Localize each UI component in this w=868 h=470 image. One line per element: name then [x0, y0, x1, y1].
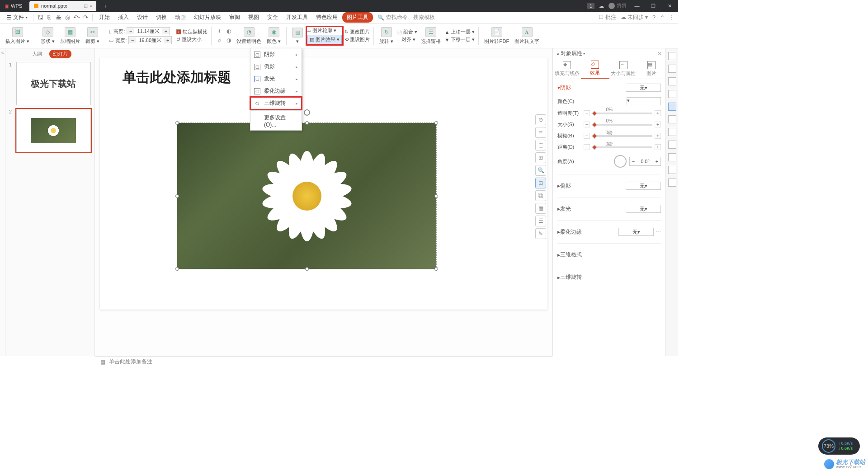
- strip-style-icon[interactable]: [668, 52, 676, 60]
- pic-to-text-button[interactable]: 𝐀图片转文字: [513, 27, 541, 45]
- strip-material-icon[interactable]: [668, 128, 676, 136]
- pic-style-gallery[interactable]: ▧▾: [290, 28, 305, 44]
- set-transparency-button[interactable]: ◔设置透明色: [235, 27, 263, 45]
- align-button[interactable]: ≡ 对齐 ▾: [397, 36, 417, 43]
- float-zoom-icon[interactable]: 🔍: [535, 165, 546, 176]
- user-avatar[interactable]: 香香: [609, 3, 627, 9]
- picture-outline-button[interactable]: ▱ 图片轮廓 ▾: [307, 27, 342, 34]
- strip-properties-icon[interactable]: [668, 103, 676, 111]
- slide-thumbnail-1[interactable]: 极光下载站: [16, 62, 91, 105]
- sync-status[interactable]: ☁ 未同步 ▾: [621, 14, 648, 21]
- effect-more-settings[interactable]: 更多设置(O)...: [250, 112, 302, 130]
- height-input[interactable]: −11.14厘米+: [127, 27, 170, 35]
- minus-button[interactable]: −: [584, 133, 590, 139]
- float-grid-icon[interactable]: ⊡: [535, 178, 546, 188]
- notification-badge[interactable]: 1: [587, 3, 594, 9]
- restore-button[interactable]: ❐: [647, 3, 659, 9]
- menu-transition[interactable]: 切换: [152, 12, 170, 23]
- menu-slideshow[interactable]: 幻灯片放映: [190, 12, 225, 23]
- section-3d-format[interactable]: ▸ 三维格式: [557, 249, 661, 260]
- strip-template-icon[interactable]: [668, 115, 676, 123]
- pic-to-pdf-button[interactable]: 📄图片转PDF: [482, 27, 511, 45]
- new-tab-button[interactable]: ＋: [100, 2, 111, 10]
- resize-handle[interactable]: [305, 121, 309, 125]
- resize-handle[interactable]: [175, 267, 179, 271]
- menu-insert[interactable]: 插入: [114, 12, 132, 23]
- file-menu[interactable]: ☰文件▾: [4, 13, 30, 22]
- print-icon[interactable]: 🖶: [54, 14, 62, 22]
- minimize-button[interactable]: —: [631, 3, 643, 9]
- menu-design[interactable]: 设计: [133, 12, 151, 23]
- minus-button[interactable]: −: [584, 144, 590, 150]
- angle-dial[interactable]: [614, 155, 627, 168]
- tab-size[interactable]: ↔大小与属性: [609, 59, 637, 79]
- command-search[interactable]: 🔍 查找命令、搜索模板: [377, 14, 435, 21]
- float-copy-icon[interactable]: ⿻: [535, 190, 546, 201]
- plus-button[interactable]: +: [655, 144, 661, 150]
- menu-view[interactable]: 视图: [245, 12, 263, 23]
- tab-effects[interactable]: ◇效果: [581, 59, 609, 79]
- reflection-preset-combo[interactable]: 无 ▾: [626, 182, 661, 190]
- section-glow[interactable]: ▸ 发光无 ▾: [557, 203, 661, 215]
- plus-button[interactable]: +: [655, 110, 661, 116]
- export-icon[interactable]: ⎘: [45, 14, 53, 22]
- brightness-down-icon[interactable]: ☼: [215, 36, 223, 44]
- lock-ratio-checkbox[interactable]: ✓锁定纵横比: [176, 28, 208, 35]
- shape-button[interactable]: ◇形状 ▾: [39, 27, 57, 45]
- float-layers-icon[interactable]: ≣: [535, 127, 546, 138]
- menu-animation[interactable]: 动画: [171, 12, 189, 23]
- effect-glow[interactable]: ▢发光▸: [250, 73, 302, 85]
- menu-devtools[interactable]: 开发工具: [283, 12, 311, 23]
- menu-picture-tools[interactable]: 图片工具: [342, 12, 373, 23]
- resize-handle[interactable]: [434, 267, 438, 271]
- rotation-handle[interactable]: [304, 109, 310, 116]
- section-shadow[interactable]: ▾ 阴影无 ▾: [557, 82, 661, 94]
- insert-picture-button[interactable]: 🖼插入图片 ▾: [4, 27, 31, 45]
- width-input[interactable]: −19.80厘米+: [128, 36, 172, 44]
- resize-handle[interactable]: [434, 194, 438, 198]
- title-placeholder[interactable]: 单击此处添加标题: [123, 68, 231, 87]
- softedge-preset-combo[interactable]: 无 ▾: [618, 228, 654, 236]
- effect-soft-edges[interactable]: ▢柔化边缘▸: [250, 85, 302, 97]
- section-3d-rotation[interactable]: ▸ 三维旋转: [557, 272, 661, 283]
- shadow-preset-combo[interactable]: 无 ▾: [626, 84, 661, 92]
- effect-reflection[interactable]: ▢倒影▸: [250, 61, 302, 73]
- contrast-down-icon[interactable]: ◑: [225, 36, 233, 44]
- undo-icon[interactable]: ↶▾: [72, 14, 80, 22]
- size-slider[interactable]: 0%: [593, 124, 652, 126]
- float-multi-icon[interactable]: ▦: [535, 203, 546, 214]
- strip-link-icon[interactable]: [668, 166, 676, 174]
- comments-button[interactable]: ☐ 批注: [599, 14, 616, 21]
- app-icon[interactable]: ☁: [599, 3, 604, 9]
- effect-shadow[interactable]: ▢阴影▸: [250, 48, 302, 61]
- reset-picture-button[interactable]: ⟲ 重设图片: [344, 36, 370, 43]
- contrast-icon[interactable]: ◐: [225, 27, 233, 35]
- resize-handle[interactable]: [175, 121, 179, 125]
- shadow-color-picker[interactable]: ▾: [627, 97, 661, 105]
- brightness-icon[interactable]: ☀: [215, 27, 223, 35]
- plus-button[interactable]: +: [655, 133, 661, 139]
- tab-picture[interactable]: ▦图片: [637, 59, 665, 79]
- float-edit-icon[interactable]: ✎: [535, 228, 546, 239]
- selection-pane-button[interactable]: ☰选择窗格: [419, 27, 443, 45]
- distance-slider[interactable]: 0磅: [593, 146, 652, 148]
- send-backward-button[interactable]: ▼ 下移一层 ▾: [444, 36, 475, 43]
- menu-review[interactable]: 审阅: [226, 12, 244, 23]
- transparency-slider[interactable]: 0%: [593, 113, 652, 114]
- tab-pin-icon[interactable]: ⊡: [84, 3, 88, 9]
- slide-thumbnail-2[interactable]: [16, 109, 91, 152]
- strip-anim-icon[interactable]: [668, 65, 676, 73]
- blur-slider[interactable]: 0磅: [593, 135, 652, 137]
- minus-button[interactable]: −: [584, 122, 590, 127]
- change-picture-button[interactable]: ↻ 更改图片: [344, 28, 370, 35]
- float-home-icon[interactable]: ⊖: [535, 114, 546, 125]
- tab-fill[interactable]: ◆填充与线条: [553, 59, 581, 79]
- strip-trans-icon[interactable]: [668, 77, 676, 85]
- angle-input[interactable]: −0.0°+: [629, 157, 661, 166]
- reset-size-button[interactable]: ↺ 重设大小: [176, 36, 208, 43]
- group-button[interactable]: ⿻ 组合 ▾: [397, 28, 417, 35]
- notes-pane[interactable]: ▤ 单击此处添加备注: [95, 356, 552, 367]
- strip-lock-icon[interactable]: [668, 90, 676, 98]
- float-adjust-icon[interactable]: ⊞: [535, 152, 546, 163]
- preview-icon[interactable]: ◎: [63, 14, 71, 22]
